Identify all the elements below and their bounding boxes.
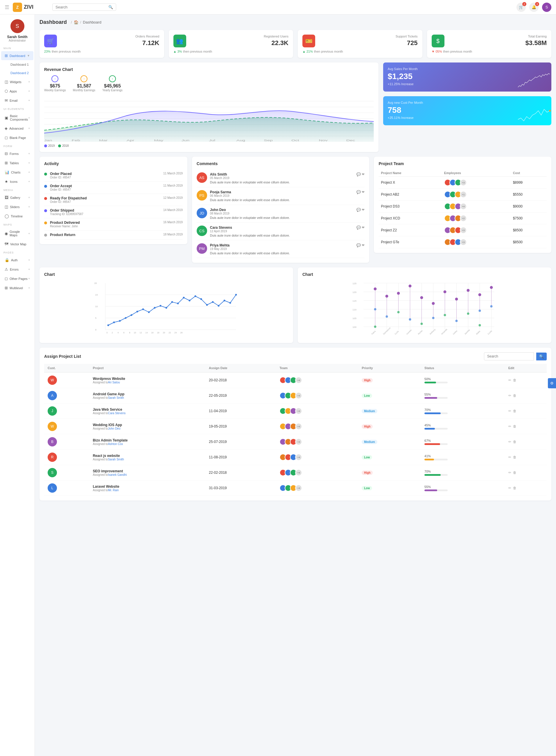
team-more: +4 <box>295 438 302 445</box>
cust-avatar: R <box>48 453 57 462</box>
assign-link[interactable]: Sarah Smith <box>108 396 124 399</box>
comment-icons-0[interactable]: 💬 ❤ <box>356 172 364 184</box>
assign-project: React js website Assigned toSarah Smith <box>89 450 205 465</box>
delete-icon[interactable]: 🗑 <box>513 409 517 413</box>
edit-icon[interactable]: ✏ <box>508 424 511 428</box>
pt-col-employees: Employees <box>442 169 511 177</box>
comment-icons-3[interactable]: 💬 ❤ <box>356 226 364 237</box>
assign-link[interactable]: Sarah Smith <box>108 458 124 461</box>
stat-card-orders-top: 🛒 Orders Received 7.12K <box>44 35 160 47</box>
user-avatar[interactable]: S <box>542 3 551 12</box>
assign-link[interactable]: Isanek Gandhi <box>108 473 127 476</box>
edit-icons[interactable]: ✏ 🗑 <box>508 394 543 398</box>
metric-card-cust: Avg new Cust Per Month 758 +25.11% Incre… <box>383 96 551 125</box>
sidebar-item-icons[interactable]: ★ Icons + <box>1 177 33 186</box>
edit-icon[interactable]: ✏ <box>508 455 511 459</box>
comment-icons-2[interactable]: 💬 ❤ <box>356 208 364 220</box>
delete-icon[interactable]: 🗑 <box>513 486 517 490</box>
edit-icons[interactable]: ✏ 🗑 <box>508 440 543 444</box>
sidebar-item-apps[interactable]: ⬡ Apps + <box>1 87 33 96</box>
edit-icon[interactable]: ✏ <box>508 470 511 474</box>
activity-dot-5 <box>44 234 47 237</box>
menu-toggle-icon[interactable]: ☰ <box>5 4 9 10</box>
sales-label: Avg Sales Per Month <box>388 67 547 71</box>
sidebar-item-timeline[interactable]: ◯ Timeline <box>1 211 33 221</box>
svg-text:Sep: Sep <box>264 139 273 142</box>
comment-icons-1[interactable]: 💬 ❤ <box>356 190 364 202</box>
sidebar-item-advanced[interactable]: ◈ Advanced + <box>1 124 33 133</box>
sidebar-item-multilevel[interactable]: ⊞ Multilevel + <box>1 284 33 292</box>
sidebar-item-dashboard2[interactable]: Dashboard 2 <box>7 69 33 77</box>
status-text: 55% <box>424 393 501 396</box>
assign-link[interactable]: Ari Satou <box>108 381 120 384</box>
search-input[interactable] <box>56 5 107 9</box>
sidebar-item-auth[interactable]: 🔒 Auth + <box>1 256 33 264</box>
sidebar-item-email[interactable]: ✉ Email + <box>1 96 33 105</box>
search-bar[interactable]: 🔍 <box>52 3 116 11</box>
cart-icon-button[interactable]: 🛒 2 <box>517 3 526 12</box>
edit-icon[interactable]: ✏ <box>508 378 511 382</box>
sales-sparkline <box>517 71 551 92</box>
delete-icon[interactable]: 🗑 <box>513 470 517 474</box>
sidebar-item-dashboard[interactable]: ⊞ Dashboard ▼ <box>1 51 33 60</box>
sidebar-item-other-pages[interactable]: ◻ Other Pages + <box>1 274 33 283</box>
sidebar-advanced-left: ◈ Advanced <box>5 126 24 131</box>
svg-text:Curtis: Curtis <box>487 330 492 335</box>
edit-icons[interactable]: ✏ 🗑 <box>508 470 543 474</box>
assign-link[interactable]: John Deo <box>108 427 120 430</box>
comment-item-0: AS Alis Smith 05 March 2019 Duis aute ir… <box>197 169 365 187</box>
assign-link[interactable]: Cara Stevens <box>108 412 126 415</box>
advanced-icon: ◈ <box>5 126 7 131</box>
sidebar-item-email-left: ✉ Email <box>5 98 18 103</box>
sidebar-item-gallery[interactable]: 🖼 Gallery + <box>1 193 33 202</box>
legend-2018-label: 2018 <box>62 144 69 147</box>
multilevel-icon: ⊞ <box>5 286 8 290</box>
delete-icon[interactable]: 🗑 <box>513 378 517 382</box>
sidebar-item-widgets[interactable]: ◫ Widgets + <box>1 77 33 86</box>
monthly-icon: ↑ <box>80 75 88 82</box>
status-text: 70% <box>424 470 501 473</box>
sidebar-item-forms[interactable]: ⊟ Forms + <box>1 149 33 158</box>
cust-avatar: W <box>48 375 57 385</box>
delete-icon[interactable]: 🗑 <box>513 424 517 428</box>
edit-icon[interactable]: ✏ <box>508 394 511 398</box>
sidebar-item-charts[interactable]: 📊 Charts + <box>1 168 33 177</box>
pt-employees: +4 <box>442 201 511 212</box>
act-sub-2: Order ID: #8547 <box>50 200 87 203</box>
delete-icon[interactable]: 🗑 <box>513 440 517 444</box>
edit-icons[interactable]: ✏ 🗑 <box>508 424 543 428</box>
edit-icons[interactable]: ✏ 🗑 <box>508 409 543 413</box>
edit-icons[interactable]: ✏ 🗑 <box>508 486 543 490</box>
cust-avatar: W <box>48 422 57 431</box>
sidebar-item-basic-components[interactable]: ▣ Basic Components + <box>1 112 33 124</box>
assign-search-input[interactable] <box>484 352 534 360</box>
sidebar-item-dashboard1[interactable]: Dashboard 1 <box>7 61 33 69</box>
comment-icons-4[interactable]: 💬 ❤ <box>356 243 364 255</box>
progress-fill <box>424 413 441 414</box>
delete-icon[interactable]: 🗑 <box>513 455 517 459</box>
edit-icon[interactable]: ✏ <box>508 409 511 413</box>
plus-auth-icon: + <box>28 258 30 262</box>
plus-sliders-icon: + <box>28 205 30 208</box>
sidebar-item-google-maps[interactable]: ◉ Google Maps + <box>1 228 33 239</box>
assign-link[interactable]: Ashton Cox <box>108 442 123 446</box>
edit-icon[interactable]: ✏ <box>508 440 511 444</box>
stat-card-tickets: 🎫 Support Tickets 725 ▲ 21% then previou… <box>298 30 422 58</box>
pt-employees: +3 <box>442 224 511 236</box>
sidebar-item-blank-page[interactable]: ◻ Blank Page <box>1 133 33 142</box>
notification-icon-button[interactable]: 🔔 3 <box>529 3 538 12</box>
settings-gear-button[interactable]: ⚙ <box>548 378 556 388</box>
tickets-change: ▲ 21% <box>303 50 313 53</box>
sidebar-item-tables[interactable]: ⊞ Tables + <box>1 158 33 167</box>
sidebar-item-errors[interactable]: ⚠ Errors + <box>1 265 33 274</box>
edit-icons[interactable]: ✏ 🗑 <box>508 378 543 382</box>
stat-card-tickets-top: 🎫 Support Tickets 725 <box>303 35 418 47</box>
assign-search-button[interactable]: 🔍 <box>536 353 547 360</box>
delete-icon[interactable]: 🗑 <box>513 394 517 398</box>
assign-priority: High <box>358 465 421 481</box>
edit-icon[interactable]: ✏ <box>508 486 511 490</box>
sidebar-item-sliders[interactable]: ◫ Sliders + <box>1 202 33 211</box>
sidebar-item-vector-map[interactable]: 🗺 Vector Map <box>1 239 33 249</box>
assign-link[interactable]: Mr. Rain <box>108 489 119 492</box>
edit-icons[interactable]: ✏ 🗑 <box>508 455 543 459</box>
